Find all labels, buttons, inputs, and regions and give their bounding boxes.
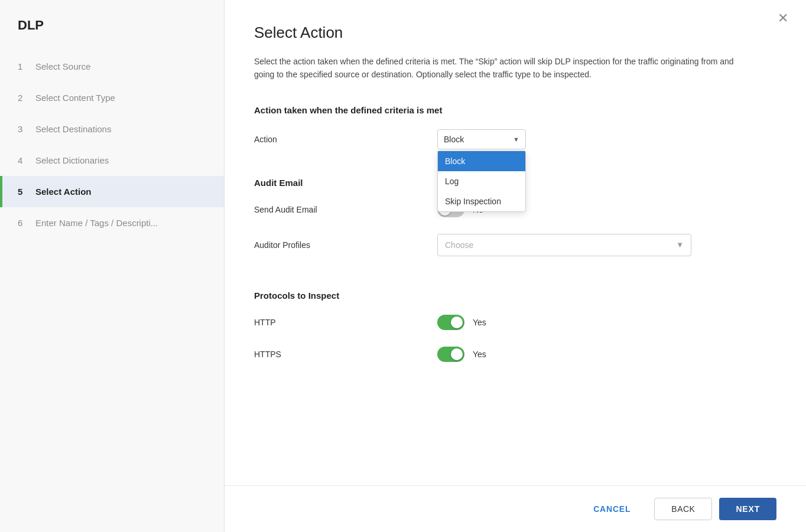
sidebar-label-select-action: Select Action	[35, 187, 91, 197]
step-number-4: 4	[18, 155, 27, 165]
close-button[interactable]: ✕	[778, 12, 788, 25]
https-toggle-knob	[451, 348, 463, 360]
http-toggle[interactable]	[437, 315, 464, 330]
https-toggle-value: Yes	[473, 350, 486, 359]
https-toggle[interactable]	[437, 347, 464, 362]
dropdown-option-log[interactable]: Log	[438, 171, 525, 191]
action-field-row: Action Block ▼ Block Log Skip Inspection	[254, 129, 776, 149]
protocols-heading: Protocols to Inspect	[254, 291, 776, 301]
step-number-5: 5	[18, 187, 27, 197]
sidebar-item-select-dictionaries[interactable]: 4 Select Dictionaries	[0, 145, 224, 176]
sidebar-label-select-destinations: Select Destinations	[35, 124, 111, 134]
sidebar-item-select-source[interactable]: 1 Select Source	[0, 51, 224, 82]
footer: CANCEL BACK NEXT	[225, 485, 806, 532]
cancel-button[interactable]: CANCEL	[577, 498, 647, 520]
sidebar-label-select-content-type: Select Content Type	[35, 93, 115, 103]
auditor-chevron-icon: ▼	[676, 240, 684, 249]
sidebar-item-enter-name[interactable]: 6 Enter Name / Tags / Descripti...	[0, 207, 224, 239]
http-toggle-wrapper: Yes	[437, 315, 486, 330]
auditor-profiles-dropdown[interactable]: Choose ▼	[437, 234, 691, 256]
sidebar-label-select-dictionaries: Select Dictionaries	[35, 155, 109, 165]
https-toggle-wrapper: Yes	[437, 347, 486, 362]
chevron-down-icon: ▼	[513, 136, 519, 143]
sidebar: DLP 1 Select Source 2 Select Content Typ…	[0, 0, 225, 532]
sidebar-item-select-destinations[interactable]: 3 Select Destinations	[0, 113, 224, 145]
http-label: HTTP	[254, 318, 437, 327]
http-row: HTTP Yes	[254, 315, 776, 330]
next-button[interactable]: NEXT	[719, 498, 776, 520]
sidebar-label-enter-name: Enter Name / Tags / Descripti...	[35, 218, 158, 228]
http-toggle-value: Yes	[473, 318, 486, 327]
auditor-profiles-row: Auditor Profiles Choose ▼	[254, 234, 776, 256]
http-toggle-knob	[451, 316, 463, 328]
send-audit-email-label: Send Audit Email	[254, 205, 437, 214]
modal-container: DLP 1 Select Source 2 Select Content Typ…	[0, 0, 806, 532]
protocols-section: Protocols to Inspect HTTP Yes HTTPS Yes	[254, 279, 776, 378]
dropdown-option-block[interactable]: Block	[438, 151, 525, 171]
app-title: DLP	[0, 18, 224, 51]
sidebar-item-select-action[interactable]: 5 Select Action	[0, 176, 224, 207]
main-content: ✕ Select Action Select the action taken …	[225, 0, 806, 532]
https-label: HTTPS	[254, 350, 437, 359]
sidebar-item-select-content-type[interactable]: 2 Select Content Type	[0, 82, 224, 113]
auditor-profiles-label: Auditor Profiles	[254, 240, 437, 250]
step-number-1: 1	[18, 61, 27, 71]
sidebar-label-select-source: Select Source	[35, 61, 90, 71]
action-dropdown-wrapper: Block ▼ Block Log Skip Inspection	[437, 129, 526, 149]
action-dropdown-trigger[interactable]: Block ▼	[437, 129, 526, 149]
action-section: Action taken when the defined criteria i…	[254, 105, 776, 166]
action-field-label: Action	[254, 135, 437, 144]
action-dropdown-value: Block	[444, 135, 464, 144]
back-button[interactable]: BACK	[654, 498, 712, 520]
step-number-6: 6	[18, 218, 27, 228]
https-row: HTTPS Yes	[254, 347, 776, 362]
description-text: Select the action taken when the defined…	[254, 55, 739, 81]
action-section-label: Action taken when the defined criteria i…	[254, 105, 776, 115]
step-number-2: 2	[18, 93, 27, 103]
dropdown-option-skip-inspection[interactable]: Skip Inspection	[438, 191, 525, 211]
action-dropdown-menu: Block Log Skip Inspection	[437, 151, 526, 212]
auditor-profiles-placeholder: Choose	[445, 240, 473, 250]
page-title: Select Action	[254, 24, 776, 42]
step-number-3: 3	[18, 124, 27, 134]
